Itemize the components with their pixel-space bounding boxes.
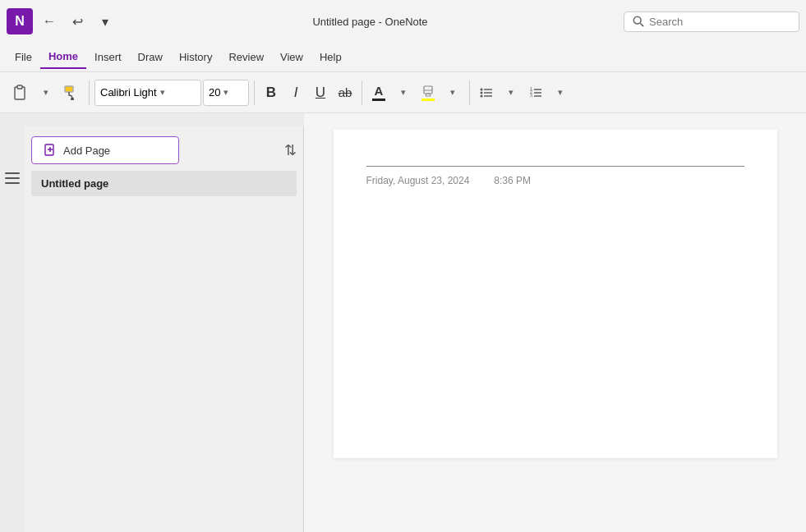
svg-line-1 [640, 23, 643, 26]
font-family-dropdown[interactable]: Calibri Light ▾ [94, 80, 201, 106]
note-date: Friday, August 23, 2024 [366, 175, 470, 186]
hamburger-menu[interactable] [5, 172, 20, 184]
format-painter-button[interactable] [59, 80, 84, 106]
add-page-button[interactable]: Add Page [31, 136, 179, 164]
menu-review[interactable]: Review [220, 46, 272, 68]
chevron-down-icon: ▾ [509, 87, 514, 98]
strikethrough-button[interactable]: ab [334, 80, 357, 106]
bold-button[interactable]: B [260, 80, 283, 106]
svg-point-11 [481, 94, 483, 97]
dropdown-button[interactable]: ▾ [94, 10, 117, 33]
sidebar-panel: Add Page ⇅ Untitled page [25, 126, 304, 532]
search-box[interactable] [624, 11, 799, 32]
chevron-down-icon: ▾ [401, 87, 406, 98]
paint-icon [63, 85, 80, 101]
clipboard-dropdown-button[interactable]: ▾ [35, 80, 58, 106]
separator-2 [254, 80, 255, 105]
menu-draw[interactable]: Draw [130, 46, 171, 68]
svg-point-10 [481, 91, 483, 94]
underline-button[interactable]: U [309, 80, 332, 106]
font-size-dropdown[interactable]: 20 ▾ [203, 80, 249, 106]
chevron-down-icon: ▾ [558, 87, 563, 98]
undo-button[interactable]: ↩ [66, 10, 89, 33]
svg-rect-5 [71, 98, 74, 100]
font-size-group: 20 ▾ [203, 80, 249, 106]
clipboard-icon [11, 84, 29, 102]
menu-view[interactable]: View [272, 46, 311, 68]
sidebar-header: Add Page ⇅ [31, 136, 297, 164]
bullet-list-icon [479, 85, 494, 100]
font-color-dropdown-button[interactable]: ▾ [392, 80, 415, 106]
content-area: Add Page ⇅ Untitled page Friday, August … [0, 113, 806, 532]
svg-marker-8 [426, 94, 431, 96]
chevron-down-icon: ▾ [223, 87, 228, 98]
title-bar: N ← ↩ ▾ Untitled page - OneNote [0, 0, 806, 43]
hamburger-line-1 [5, 172, 20, 174]
chevron-down-icon: ▾ [102, 14, 108, 30]
highlight-icon [421, 85, 435, 98]
font-color-a-label: A [375, 84, 384, 98]
separator-4 [469, 80, 470, 105]
search-icon [633, 16, 644, 27]
onenote-logo-icon: N [7, 8, 33, 34]
highlight-dropdown-button[interactable]: ▾ [441, 80, 464, 106]
main-content[interactable]: Friday, August 23, 2024 8:36 PM [304, 113, 806, 532]
back-icon: ← [43, 14, 56, 29]
menu-help[interactable]: Help [311, 46, 350, 68]
font-size-label: 20 [209, 86, 220, 99]
numbered-list-dropdown-button[interactable]: ▾ [549, 80, 572, 106]
svg-rect-3 [17, 85, 22, 89]
highlight-color-indicator [421, 99, 435, 101]
separator-3 [362, 80, 362, 105]
note-page[interactable]: Friday, August 23, 2024 8:36 PM [334, 130, 777, 458]
page-item-untitled[interactable]: Untitled page [31, 171, 297, 196]
italic-button[interactable]: I [284, 80, 307, 106]
add-page-icon [44, 144, 57, 157]
hamburger-line-2 [5, 177, 20, 179]
menu-history[interactable]: History [171, 46, 220, 68]
chevron-down-icon: ▾ [160, 87, 165, 98]
chevron-down-icon: ▾ [450, 87, 455, 98]
highlight-button[interactable] [417, 80, 440, 106]
menu-bar: File Home Insert Draw History Review Vie… [0, 43, 806, 72]
sort-icon: ⇅ [284, 142, 297, 158]
menu-file[interactable]: File [7, 46, 40, 68]
svg-text:3.: 3. [530, 93, 533, 98]
search-input[interactable] [649, 16, 790, 28]
hamburger-line-3 [5, 182, 20, 184]
note-meta: Friday, August 23, 2024 8:36 PM [366, 175, 744, 186]
note-title-line [366, 163, 744, 167]
svg-point-9 [481, 88, 483, 90]
chevron-down-icon: ▾ [44, 87, 48, 98]
font-color-indicator [372, 99, 385, 101]
window-title: Untitled page - OneNote [122, 16, 619, 28]
font-family-group: Calibri Light ▾ [94, 80, 201, 106]
numbered-list-button[interactable]: 1. 2. 3. [524, 80, 547, 106]
bullet-list-button[interactable] [475, 80, 498, 106]
menu-insert[interactable]: Insert [86, 46, 130, 68]
numbered-list-icon: 1. 2. 3. [528, 85, 543, 100]
clipboard-group: ▾ [7, 80, 58, 106]
font-family-label: Calibri Light [100, 86, 157, 99]
clipboard-button[interactable] [7, 80, 33, 106]
undo-icon: ↩ [72, 14, 83, 30]
svg-point-0 [633, 16, 641, 24]
svg-rect-4 [65, 86, 73, 92]
note-time: 8:36 PM [494, 175, 531, 186]
sort-button[interactable]: ⇅ [284, 141, 297, 159]
bullet-list-dropdown-button[interactable]: ▾ [500, 80, 523, 106]
add-page-label: Add Page [63, 144, 110, 157]
menu-home[interactable]: Home [40, 45, 86, 69]
separator-1 [89, 80, 90, 105]
toolbar: ▾ Calibri Light ▾ 20 ▾ B I U ab A [0, 72, 806, 113]
font-color-button[interactable]: A [367, 80, 390, 106]
back-button[interactable]: ← [38, 10, 61, 33]
